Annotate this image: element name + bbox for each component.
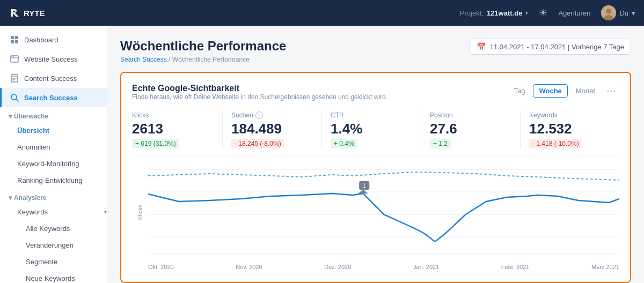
svg-point-9: [12, 56, 13, 57]
metric-suchen-label: Suchen i: [231, 111, 313, 119]
project-label: Projekt:: [460, 9, 484, 17]
card-subtitle: Finde heraus, wie oft Deine Webseite in …: [132, 93, 387, 101]
card-title: Echte Google-Sichtbarkeit: [132, 84, 387, 93]
sidebar: Dashboard Website Success: [0, 26, 107, 283]
breadcrumb-parent[interactable]: Search Success: [120, 56, 167, 63]
tab-tag[interactable]: Tag: [508, 84, 531, 98]
breadcrumb-current: Wöchentliche Performance: [172, 56, 250, 63]
metric-ctr: CTR 1.4% + 0.4%: [331, 111, 421, 148]
dashboard-icon: [10, 35, 19, 44]
metric-keywords: Keywords 12.532 - 1.418 (-10.0%): [529, 111, 619, 148]
metric-position-label: Position: [430, 111, 511, 119]
x-label-febr: Febr. 2021: [501, 264, 530, 270]
svg-line-16: [16, 99, 18, 101]
sidebar-item-website-success[interactable]: Website Success: [0, 49, 107, 69]
sidebar-item-search-success[interactable]: Search Success: [0, 88, 107, 107]
sidebar-search-label: Search Success: [24, 94, 78, 102]
sidebar-website-label: Website Success: [24, 55, 77, 63]
alle-keywords-label: Alle Keywords: [26, 225, 70, 233]
user-menu[interactable]: Du ▾: [601, 5, 635, 20]
metric-position-value: 27.6: [430, 121, 511, 137]
calendar-icon: 📅: [477, 42, 486, 51]
sidebar-item-dashboard[interactable]: Dashboard: [0, 30, 107, 49]
svg-rect-6: [15, 40, 18, 43]
svg-rect-4: [15, 36, 18, 39]
x-label-dez: Dez. 2020: [324, 264, 351, 270]
metric-keywords-value: 12.532: [529, 121, 611, 137]
y-axis-label: Klicks: [137, 204, 143, 220]
card-header: Echte Google-Sichtbarkeit Finde heraus, …: [132, 84, 619, 109]
uberwache-chevron-icon: [9, 113, 12, 120]
metric-klicks-value: 2613: [132, 121, 214, 137]
x-label-okt: Okt. 2020: [148, 264, 174, 270]
metric-ctr-label: CTR: [331, 111, 412, 119]
sidebar-sub-alle-keywords[interactable]: Alle Keywords: [0, 220, 107, 237]
uberwache-label: Überwache: [14, 113, 48, 120]
user-chevron-icon: ▾: [632, 9, 635, 17]
sidebar-dashboard-label: Dashboard: [24, 36, 58, 44]
sidebar-sub-segmente[interactable]: Segmente: [0, 254, 107, 270]
x-label-nov: Nov. 2020: [236, 264, 262, 270]
page-header: Wöchentliche Performance Search Success …: [120, 39, 631, 63]
metric-klicks-label: Klicks: [132, 111, 214, 119]
info-icon: i: [255, 111, 263, 119]
content-icon: [10, 74, 19, 83]
user-label: Du: [619, 9, 628, 17]
svg-point-10: [13, 56, 14, 57]
date-picker[interactable]: 📅 11.04.2021 - 17.04.2021 | Vorherige 7 …: [470, 39, 631, 55]
segmente-label: Segmente: [26, 258, 57, 266]
metric-klicks: Klicks 2613 + 619 (31.0%): [132, 111, 223, 148]
x-label-jan: Jan. 2021: [413, 264, 439, 270]
page-title-area: Wöchentliche Performance Search Success …: [120, 39, 286, 63]
metric-suchen-delta: - 18.245 (-8.0%): [231, 139, 284, 148]
chart-area: Klicks 4.000 3.000: [132, 164, 619, 271]
sidebar-sub-anomalien[interactable]: Anomalien: [0, 139, 107, 155]
keyword-monitoring-label: Keyword-Monitoring: [17, 160, 79, 168]
section-analysiere[interactable]: Analysiere: [0, 189, 107, 204]
more-options-button[interactable]: ⋯: [603, 84, 619, 98]
svg-rect-5: [11, 40, 14, 43]
metric-keywords-delta: - 1.418 (-10.0%): [529, 139, 582, 148]
content-area: Wöchentliche Performance Search Success …: [107, 26, 644, 283]
metric-keywords-label: Keywords: [529, 111, 611, 119]
sidebar-sub-veranderungen[interactable]: Veränderungen: [0, 237, 107, 254]
project-selector[interactable]: Projekt: 121watt.de ▾: [460, 9, 529, 17]
sidebar-content-label: Content Success: [24, 75, 77, 83]
keywords-chevron-icon: ▾: [104, 209, 107, 215]
sidebar-sub-ubersicht[interactable]: Übersicht: [0, 122, 107, 139]
analysiere-label: Analysiere: [14, 194, 47, 202]
sidebar-sub-keywords[interactable]: Keywords ▾: [0, 204, 107, 220]
neue-keywords-label: Neue Keywords: [26, 274, 75, 282]
sidebar-sub-ranking-entwicklung[interactable]: Ranking-Entwicklung: [0, 172, 107, 189]
metric-suchen: Suchen i 184.489 - 18.245 (-8.0%): [231, 111, 322, 148]
top-navigation: RYTE Projekt: 121watt.de ▾ ☀ Agenturen D…: [0, 0, 644, 26]
tab-monat[interactable]: Monat: [570, 84, 601, 98]
ryte-logo[interactable]: RYTE: [9, 7, 45, 19]
metric-suchen-value: 184.489: [231, 121, 313, 137]
metric-position: Position 27.6 + 1,2: [430, 111, 521, 148]
keywords-label: Keywords: [17, 208, 48, 216]
avatar: [601, 5, 616, 20]
card-title-area: Echte Google-Sichtbarkeit Finde heraus, …: [132, 84, 387, 109]
sidebar-sub-keyword-monitoring[interactable]: Keyword-Monitoring: [0, 155, 107, 172]
top-nav-right: Projekt: 121watt.de ▾ ☀ Agenturen Du ▾: [460, 5, 635, 20]
breadcrumb-separator: /: [169, 56, 172, 63]
sidebar-sub-neue-keywords[interactable]: Neue Keywords: [0, 270, 107, 283]
breadcrumb: Search Success / Wöchentliche Performanc…: [120, 56, 286, 63]
agenturen-link[interactable]: Agenturen: [558, 9, 590, 17]
website-icon: [10, 55, 19, 63]
logo-area: RYTE: [9, 7, 45, 19]
metric-ctr-delta: + 0.4%: [331, 139, 357, 148]
section-uberwache[interactable]: Überwache: [0, 107, 107, 122]
metric-position-delta: + 1,2: [430, 139, 451, 148]
tab-woche[interactable]: Woche: [533, 84, 567, 98]
performance-card: Echte Google-Sichtbarkeit Finde heraus, …: [120, 72, 631, 283]
metric-klicks-delta: + 619 (31.0%): [132, 139, 179, 148]
ubersicht-label: Übersicht: [17, 126, 49, 135]
performance-chart: 4.000 3.000 2.000 1.000 0: [148, 164, 619, 260]
analysiere-chevron-icon: [9, 194, 12, 202]
ranking-entwicklung-label: Ranking-Entwicklung: [17, 176, 82, 184]
svg-point-1: [606, 9, 611, 14]
svg-rect-3: [11, 36, 14, 39]
sidebar-item-content-success[interactable]: Content Success: [0, 69, 107, 88]
